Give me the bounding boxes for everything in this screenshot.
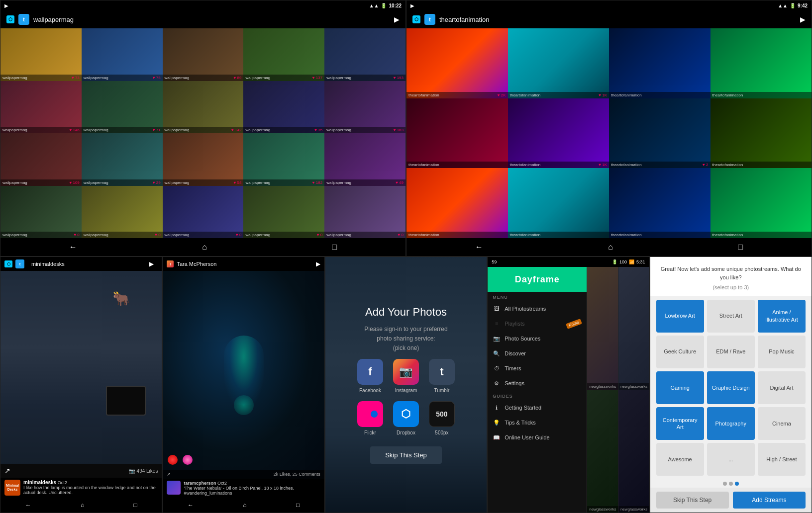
mini-account-3[interactable]: t [15, 259, 24, 268]
home-button-1[interactable]: ⌂ [202, 243, 207, 252]
interest-btn-3[interactable]: Geek Culture [656, 336, 704, 368]
photo-meta-2: theartofanimation [609, 92, 710, 98]
recent-button-2[interactable]: □ [738, 243, 743, 252]
photo-cell-2-0[interactable]: theartofanimation ♥ 2K [406, 28, 508, 98]
menu-item-playlists[interactable]: ≡ Playlists Prime [488, 316, 587, 331]
home-button-2[interactable]: ⌂ [608, 243, 613, 252]
interest-btn-8[interactable]: Digital Art [758, 371, 806, 404]
photo-cell-2-10[interactable]: theartofanimation [609, 168, 710, 238]
photo-cell-2-8[interactable]: theartofanimation [406, 168, 508, 238]
interest-btn-12[interactable]: Awesome [656, 443, 704, 476]
skip-this-step-button-5[interactable]: Skip This Step [370, 446, 442, 464]
photo-cell-1-18[interactable]: wallpapermag ♥ 0 [243, 186, 324, 239]
photo-cell-2-1[interactable]: theartofanimation ♥ 1K [508, 28, 609, 98]
photo-cell-1-16[interactable]: wallpapermag ♥ 0 [82, 186, 163, 239]
photo-cell-2-3[interactable]: theartofanimation [710, 28, 812, 98]
interest-btn-1[interactable]: Street Art [707, 300, 755, 333]
photo-cell-1-9[interactable]: wallpapermag ♥ 163 [324, 81, 406, 134]
menu-item-photostreams[interactable]: 🖼 All Photostreams [488, 301, 587, 316]
interest-btn-13[interactable]: ... [707, 443, 755, 476]
back-button-2[interactable]: ← [475, 243, 483, 252]
interest-btn-6[interactable]: Gaming [656, 371, 704, 404]
back-btn-3[interactable]: ← [25, 502, 31, 509]
menu-item-timers[interactable]: ⏱ Timers [488, 361, 587, 376]
photo-cell-1-2[interactable]: wallpapermag ♥ 89 [163, 28, 244, 81]
photo-meta-2: theartofanimation ♥ 2K [406, 92, 508, 98]
menu-item-user-guide[interactable]: 📖 Online User Guide [488, 430, 587, 445]
service-instagram[interactable]: 📷 Instagram [393, 359, 419, 393]
account-icon-1[interactable]: t [18, 14, 29, 25]
service-tumblr[interactable]: t Tumblr [429, 359, 455, 393]
home-btn-4[interactable]: ⌂ [243, 502, 246, 509]
interest-btn-4[interactable]: EDM / Rave [707, 336, 755, 368]
back-btn-4[interactable]: ← [188, 502, 194, 509]
photo-cell-1-19[interactable]: wallpapermag ♥ 0 [324, 186, 406, 239]
photo-likes: ♥ 49 [396, 180, 404, 185]
share-icon-3[interactable]: ↗ [4, 467, 10, 475]
interest-btn-9[interactable]: Contemporary Art [656, 407, 704, 440]
play-button-1[interactable]: ▶ [394, 15, 400, 23]
dayframe-photo-meta-4: newglassworks [618, 506, 649, 513]
add-streams-button[interactable]: Add Streams [733, 492, 806, 509]
service-flickr[interactable]: Flickr [357, 401, 383, 435]
menu-item-settings[interactable]: ⚙ Settings [488, 376, 587, 391]
photo-cell-1-15[interactable]: wallpapermag ♥ 0 [0, 186, 82, 239]
photo-cell-2-5[interactable]: theartofanimation ♥ 1K [508, 98, 609, 169]
photo-cell-1-0[interactable]: wallpapermag ♥ 73 [0, 28, 82, 81]
share-icon-4[interactable]: ↗ [167, 472, 171, 477]
photo-source-2: theartofanimation [510, 233, 541, 237]
photo-cell-1-4[interactable]: wallpapermag ♥ 193 [324, 28, 406, 81]
interest-btn-5[interactable]: Pop Music [758, 336, 806, 368]
photo-grid-2: theartofanimation ♥ 2K theartofanimation… [406, 28, 812, 238]
photo-thumb [243, 28, 324, 81]
photo-cell-1-6[interactable]: wallpapermag ♥ 71 [82, 81, 163, 134]
recent-btn-3[interactable]: □ [133, 502, 137, 509]
menu-item-tips[interactable]: 💡 Tips & Tricks [488, 415, 587, 430]
mini-play-3[interactable]: ▶ [145, 257, 158, 271]
photo-cell-1-13[interactable]: wallpapermag ♥ 182 [243, 133, 324, 186]
photo-meta-2: theartofanimation [406, 232, 508, 238]
photo-cell-1-1[interactable]: wallpapermag ♥ 75 [82, 28, 163, 81]
photo-cell-1-12[interactable]: wallpapermag ♥ 54 [163, 133, 244, 186]
back-button-1[interactable]: ← [69, 243, 77, 252]
photo-thumb [324, 28, 406, 81]
service-dropbox[interactable]: ⬡ Dropbox [393, 401, 419, 435]
photo-cell-1-17[interactable]: wallpapermag ♥ 0 [163, 186, 244, 239]
interest-btn-10[interactable]: Photography [707, 407, 755, 440]
photo-cell-1-10[interactable]: wallpapermag ♥ 109 [0, 133, 82, 186]
recent-button-1[interactable]: □ [332, 243, 337, 252]
photo-cell-2-6[interactable]: theartofanimation ♥ 2 [609, 98, 710, 169]
interest-btn-7[interactable]: Graphic Design [707, 371, 755, 404]
play-button-2[interactable]: ▶ [800, 15, 806, 23]
interest-btn-0[interactable]: Lowbrow Art [656, 300, 704, 333]
service-row-2: Flickr ⬡ Dropbox 500 500px [357, 401, 455, 435]
service-facebook[interactable]: f Facebook [357, 359, 383, 393]
interest-btn-11[interactable]: Cinema [758, 407, 806, 440]
service-500px[interactable]: 500 500px [429, 401, 455, 435]
interest-btn-2[interactable]: Anime / Illustrative Art [758, 300, 806, 333]
photo-cell-1-14[interactable]: wallpapermag ♥ 49 [324, 133, 406, 186]
menu-item-discover[interactable]: 🔍 Discover [488, 346, 587, 361]
home-btn-3[interactable]: ⌂ [81, 502, 84, 509]
account-icon-2[interactable]: t [424, 14, 435, 25]
photo-cell-2-11[interactable]: theartofanimation [710, 168, 812, 238]
skip-this-step-button-7[interactable]: Skip This Step [656, 492, 729, 509]
interest-btn-14[interactable]: High / Street [758, 443, 806, 476]
photo-cell-2-7[interactable]: theartofanimation [710, 98, 812, 169]
photo-cell-1-7[interactable]: wallpapermag ♥ 142 [163, 81, 244, 134]
recent-btn-4[interactable]: □ [296, 502, 300, 509]
mini-play-4[interactable]: ▶ [316, 260, 320, 267]
photo-likes: ♥ 0 [398, 233, 404, 237]
photo-cell-1-8[interactable]: wallpapermag ♥ 35 [243, 81, 324, 134]
post-username-3: minimaldesks [23, 480, 56, 485]
photo-cell-1-11[interactable]: wallpapermag ♥ 29 [82, 133, 163, 186]
desk-monitor [106, 386, 146, 416]
menu-item-getting-started[interactable]: ℹ Getting Started [488, 400, 587, 415]
photo-cell-1-3[interactable]: wallpapermag ♥ 137 [243, 28, 324, 81]
photo-cell-1-5[interactable]: wallpapermag ♥ 146 [0, 81, 82, 134]
instagram-label: Instagram [395, 388, 417, 393]
photo-cell-2-4[interactable]: theartofanimation [406, 98, 508, 169]
photo-cell-2-2[interactable]: theartofanimation [609, 28, 710, 98]
menu-item-photo-sources[interactable]: 📷 Photo Sources [488, 331, 587, 346]
photo-cell-2-9[interactable]: theartofanimation [508, 168, 609, 238]
